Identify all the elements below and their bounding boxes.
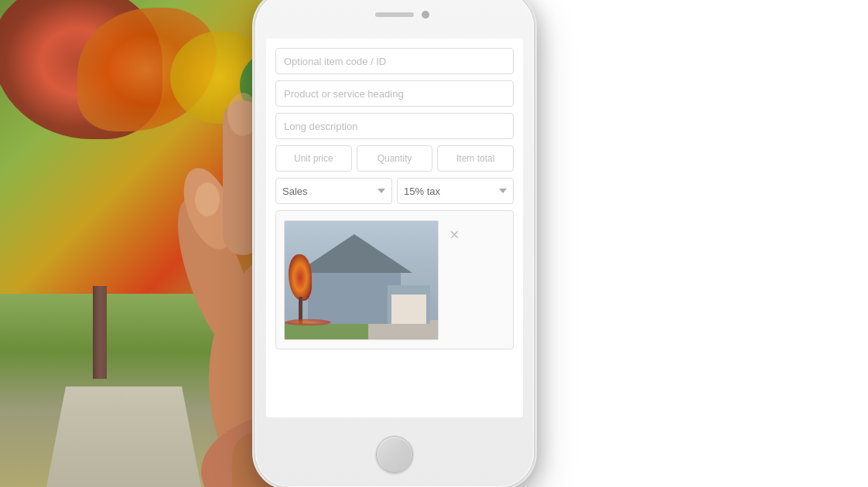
tax-label: 15% tax [404,186,440,197]
prev-tree [289,254,312,324]
product-heading-placeholder: Product or service heading [284,88,404,100]
quantity-cell[interactable]: Quantity [357,145,433,172]
prev-garage [388,285,430,324]
remove-image-button[interactable]: × [446,222,463,248]
tree-trunk [93,286,107,379]
quantity-label: Quantity [378,153,412,164]
prev-house-body [308,270,401,324]
tax-select[interactable]: 15% tax [397,178,514,204]
sales-dropdown-arrow [378,189,385,193]
preview-img-content [285,221,438,339]
unit-price-label: Unit price [294,153,333,164]
image-preview-area: × [275,210,514,349]
phone-wrapper: Optional item code / ID Product or servi… [255,0,534,487]
item-code-field[interactable]: Optional item code / ID [275,48,514,74]
phone: Optional item code / ID Product or servi… [255,0,534,487]
phone-home-button[interactable] [376,436,413,473]
sales-label: Sales [282,186,308,197]
preview-image [284,220,439,340]
tax-dropdown-arrow [499,189,507,193]
phone-screen: Optional item code / ID Product or servi… [266,39,523,417]
sales-tax-row: Sales 15% tax [275,178,514,204]
long-description-field[interactable]: Long description [275,113,514,139]
item-total-label: Item total [456,153,494,164]
price-quantity-row: Unit price Quantity Item total [275,145,514,172]
prev-tree-foliage [289,254,312,301]
unit-price-cell[interactable]: Unit price [275,145,352,172]
svg-point-5 [227,93,258,136]
item-total-cell[interactable]: Item total [437,145,514,172]
long-description-placeholder: Long description [284,121,357,132]
item-code-placeholder: Optional item code / ID [284,56,386,67]
svg-point-3 [195,182,220,216]
sales-select[interactable]: Sales [275,178,392,204]
phone-speaker [375,12,414,17]
prev-garage-door [391,295,426,324]
product-heading-field[interactable]: Product or service heading [275,80,514,107]
prev-leaves-ground [285,319,331,325]
phone-camera [422,11,429,19]
prev-house-roof [296,234,412,273]
